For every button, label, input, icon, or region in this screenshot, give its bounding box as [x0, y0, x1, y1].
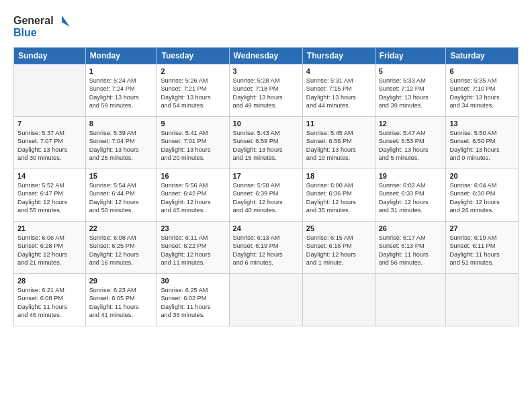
day-info: Sunrise: 5:47 AM Sunset: 6:53 PM Dayligh…	[379, 129, 443, 163]
day-info: Sunrise: 5:33 AM Sunset: 7:12 PM Dayligh…	[379, 77, 443, 110]
week-row-4: 21Sunrise: 6:06 AM Sunset: 6:28 PM Dayli…	[14, 222, 519, 274]
logo-svg: GeneralBlue	[13, 12, 74, 40]
day-number: 26	[379, 224, 443, 232]
day-info: Sunrise: 5:39 AM Sunset: 7:04 PM Dayligh…	[89, 129, 154, 163]
day-info: Sunrise: 6:06 AM Sunset: 6:28 PM Dayligh…	[17, 234, 82, 267]
day-info: Sunrise: 5:37 AM Sunset: 7:07 PM Dayligh…	[17, 129, 82, 163]
col-header-monday: Monday	[85, 48, 157, 64]
col-header-sunday: Sunday	[14, 48, 86, 64]
day-cell: 23Sunrise: 6:11 AM Sunset: 6:22 PM Dayli…	[157, 222, 229, 274]
day-number: 29	[89, 277, 154, 285]
day-info: Sunrise: 6:00 AM Sunset: 6:36 PM Dayligh…	[306, 181, 371, 215]
day-info: Sunrise: 5:24 AM Sunset: 7:24 PM Dayligh…	[89, 77, 154, 110]
day-number: 6	[449, 67, 515, 75]
header-row: SundayMondayTuesdayWednesdayThursdayFrid…	[14, 48, 519, 64]
day-cell: 30Sunrise: 6:25 AM Sunset: 6:02 PM Dayli…	[157, 274, 229, 326]
day-info: Sunrise: 6:23 AM Sunset: 6:05 PM Dayligh…	[89, 286, 154, 320]
calendar-table: SundayMondayTuesdayWednesdayThursdayFrid…	[13, 47, 519, 326]
day-number: 20	[449, 172, 515, 180]
day-number: 28	[17, 277, 82, 285]
day-cell: 3Sunrise: 5:28 AM Sunset: 7:18 PM Daylig…	[229, 64, 302, 117]
day-info: Sunrise: 5:43 AM Sunset: 6:59 PM Dayligh…	[233, 129, 299, 163]
day-number: 18	[306, 172, 371, 180]
svg-text:Blue: Blue	[13, 27, 37, 38]
day-cell: 2Sunrise: 5:26 AM Sunset: 7:21 PM Daylig…	[157, 64, 229, 117]
day-cell: 20Sunrise: 6:04 AM Sunset: 6:30 PM Dayli…	[446, 169, 519, 222]
day-number: 24	[233, 224, 299, 232]
day-info: Sunrise: 6:17 AM Sunset: 6:13 PM Dayligh…	[379, 234, 443, 267]
day-info: Sunrise: 5:45 AM Sunset: 6:56 PM Dayligh…	[306, 129, 371, 163]
day-info: Sunrise: 6:04 AM Sunset: 6:30 PM Dayligh…	[449, 181, 515, 215]
day-cell: 26Sunrise: 6:17 AM Sunset: 6:13 PM Dayli…	[375, 222, 446, 274]
day-cell: 21Sunrise: 6:06 AM Sunset: 6:28 PM Dayli…	[14, 222, 86, 274]
day-cell	[302, 274, 375, 326]
day-cell: 24Sunrise: 6:13 AM Sunset: 6:19 PM Dayli…	[229, 222, 302, 274]
day-info: Sunrise: 5:41 AM Sunset: 7:01 PM Dayligh…	[161, 129, 225, 163]
day-cell: 6Sunrise: 5:35 AM Sunset: 7:10 PM Daylig…	[446, 64, 519, 117]
day-number: 8	[89, 120, 154, 128]
day-number: 23	[161, 224, 225, 232]
day-number: 15	[89, 172, 154, 180]
day-info: Sunrise: 5:58 AM Sunset: 6:39 PM Dayligh…	[233, 181, 299, 215]
day-info: Sunrise: 5:54 AM Sunset: 6:44 PM Dayligh…	[89, 181, 154, 215]
day-number: 22	[89, 224, 154, 232]
day-cell: 16Sunrise: 5:56 AM Sunset: 6:42 PM Dayli…	[157, 169, 229, 222]
col-header-tuesday: Tuesday	[157, 48, 229, 64]
day-cell: 11Sunrise: 5:45 AM Sunset: 6:56 PM Dayli…	[302, 117, 375, 169]
day-info: Sunrise: 5:26 AM Sunset: 7:21 PM Dayligh…	[161, 77, 225, 110]
day-cell: 27Sunrise: 6:19 AM Sunset: 6:11 PM Dayli…	[446, 222, 519, 274]
col-header-saturday: Saturday	[446, 48, 519, 64]
day-info: Sunrise: 5:50 AM Sunset: 6:50 PM Dayligh…	[449, 129, 515, 163]
day-number: 30	[161, 277, 225, 285]
day-cell: 29Sunrise: 6:23 AM Sunset: 6:05 PM Dayli…	[85, 274, 157, 326]
day-info: Sunrise: 6:11 AM Sunset: 6:22 PM Dayligh…	[161, 234, 225, 267]
logo: GeneralBlue	[13, 12, 74, 40]
page-header: GeneralBlue	[13, 12, 519, 40]
week-row-3: 14Sunrise: 5:52 AM Sunset: 6:47 PM Dayli…	[14, 169, 519, 222]
day-number: 13	[449, 120, 515, 128]
day-number: 25	[306, 224, 371, 232]
day-number: 11	[306, 120, 371, 128]
day-cell: 7Sunrise: 5:37 AM Sunset: 7:07 PM Daylig…	[14, 117, 86, 169]
day-cell: 28Sunrise: 6:21 AM Sunset: 6:08 PM Dayli…	[14, 274, 86, 326]
day-cell: 12Sunrise: 5:47 AM Sunset: 6:53 PM Dayli…	[375, 117, 446, 169]
day-info: Sunrise: 5:35 AM Sunset: 7:10 PM Dayligh…	[449, 77, 515, 110]
day-cell: 5Sunrise: 5:33 AM Sunset: 7:12 PM Daylig…	[375, 64, 446, 117]
day-info: Sunrise: 6:25 AM Sunset: 6:02 PM Dayligh…	[161, 286, 225, 320]
day-info: Sunrise: 5:52 AM Sunset: 6:47 PM Dayligh…	[17, 181, 82, 215]
day-info: Sunrise: 6:19 AM Sunset: 6:11 PM Dayligh…	[449, 234, 515, 267]
day-number: 12	[379, 120, 443, 128]
calendar-body: 1Sunrise: 5:24 AM Sunset: 7:24 PM Daylig…	[14, 64, 519, 326]
day-number: 7	[17, 120, 82, 128]
day-info: Sunrise: 5:56 AM Sunset: 6:42 PM Dayligh…	[161, 181, 225, 215]
day-info: Sunrise: 6:21 AM Sunset: 6:08 PM Dayligh…	[17, 286, 82, 320]
svg-marker-2	[62, 15, 70, 27]
week-row-5: 28Sunrise: 6:21 AM Sunset: 6:08 PM Dayli…	[14, 274, 519, 326]
day-number: 10	[233, 120, 299, 128]
day-cell: 25Sunrise: 6:15 AM Sunset: 6:16 PM Dayli…	[302, 222, 375, 274]
svg-text:General: General	[13, 15, 54, 26]
day-cell	[375, 274, 446, 326]
day-cell: 1Sunrise: 5:24 AM Sunset: 7:24 PM Daylig…	[85, 64, 157, 117]
day-info: Sunrise: 5:28 AM Sunset: 7:18 PM Dayligh…	[233, 77, 299, 110]
col-header-friday: Friday	[375, 48, 446, 64]
day-number: 5	[379, 67, 443, 75]
day-cell: 18Sunrise: 6:00 AM Sunset: 6:36 PM Dayli…	[302, 169, 375, 222]
week-row-2: 7Sunrise: 5:37 AM Sunset: 7:07 PM Daylig…	[14, 117, 519, 169]
day-cell: 14Sunrise: 5:52 AM Sunset: 6:47 PM Dayli…	[14, 169, 86, 222]
col-header-thursday: Thursday	[302, 48, 375, 64]
day-cell: 4Sunrise: 5:31 AM Sunset: 7:15 PM Daylig…	[302, 64, 375, 117]
day-number: 14	[17, 172, 82, 180]
day-number: 3	[233, 67, 299, 75]
day-number: 9	[161, 120, 225, 128]
col-header-wednesday: Wednesday	[229, 48, 302, 64]
day-number: 19	[379, 172, 443, 180]
day-number: 27	[449, 224, 515, 232]
day-info: Sunrise: 6:13 AM Sunset: 6:19 PM Dayligh…	[233, 234, 299, 267]
day-cell	[14, 64, 86, 117]
day-cell: 9Sunrise: 5:41 AM Sunset: 7:01 PM Daylig…	[157, 117, 229, 169]
day-cell: 15Sunrise: 5:54 AM Sunset: 6:44 PM Dayli…	[85, 169, 157, 222]
day-info: Sunrise: 5:31 AM Sunset: 7:15 PM Dayligh…	[306, 77, 371, 110]
day-cell: 17Sunrise: 5:58 AM Sunset: 6:39 PM Dayli…	[229, 169, 302, 222]
day-number: 21	[17, 224, 82, 232]
